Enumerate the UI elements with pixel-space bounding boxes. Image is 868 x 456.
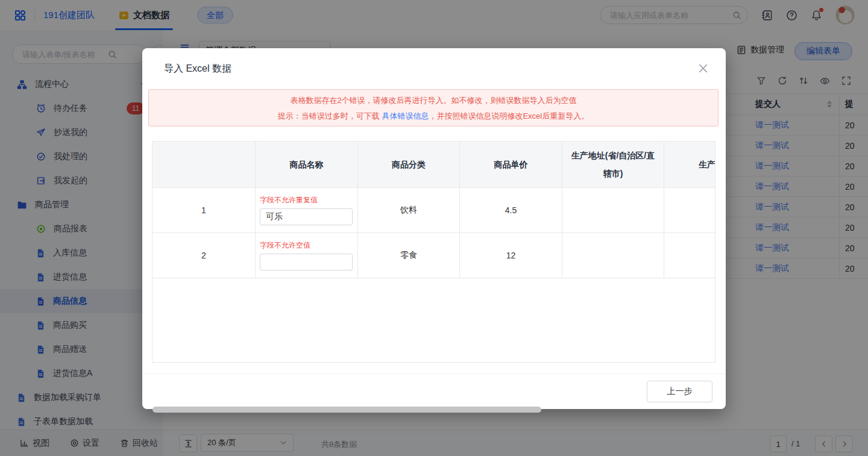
- address-cell: [562, 188, 664, 233]
- product-name-cell: 字段不允许空值: [256, 233, 358, 278]
- row-number: 2: [153, 233, 256, 278]
- product-name-cell: 字段不允许重复值: [256, 188, 358, 233]
- error-alert: 表格数据存在2个错误，请修改后再进行导入。如不修改，则错误数据导入后为空值 提示…: [148, 89, 719, 126]
- alert-line2-suffix: ，并按照错误信息说明修改Excel后重新导入。: [429, 111, 589, 120]
- close-icon[interactable]: [696, 61, 710, 75]
- category-cell: 饮料: [358, 188, 460, 233]
- import-excel-modal: 导入 Excel 数据 表格数据存在2个错误，请修改后再进行导入。如不修改，则错…: [142, 48, 726, 409]
- col-production-address-2: 生产地址: [664, 142, 715, 187]
- duplicate-value-error: 字段不允许重复值: [260, 196, 318, 204]
- modal-footer: 上一步: [142, 373, 726, 409]
- import-preview-table: 商品名称 商品分类 商品单价 生产地址(省/自治区/直辖市) 生产地址 1 字段…: [152, 141, 715, 363]
- alert-line1: 表格数据存在2个错误，请修改后再进行导入。如不修改，则错误数据导入后为空值: [149, 93, 718, 108]
- alert-line2-prefix: 提示：当错误过多时，可下载: [278, 111, 382, 120]
- alert-line2: 提示：当错误过多时，可下载 具体错误信息，并按照错误信息说明修改Excel后重新…: [149, 108, 718, 124]
- empty-value-error: 字段不允许空值: [260, 241, 310, 249]
- preview-row-1: 1 字段不允许重复值 饮料 4.5: [153, 187, 715, 233]
- price-cell: 12: [460, 233, 562, 278]
- address-cell: [562, 233, 664, 278]
- modal-title: 导入 Excel 数据: [164, 63, 231, 75]
- address2-cell: [664, 188, 715, 233]
- col-product-category: 商品分类: [358, 142, 460, 187]
- row-number: 1: [153, 188, 256, 233]
- product-name-input[interactable]: [260, 208, 353, 225]
- preview-header-row: 商品名称 商品分类 商品单价 生产地址(省/自治区/直辖市) 生产地址: [153, 142, 715, 187]
- col-production-address: 生产地址(省/自治区/直辖市): [562, 142, 664, 187]
- previous-step-button[interactable]: 上一步: [647, 381, 712, 402]
- col-product-name: 商品名称: [256, 142, 358, 187]
- product-name-input[interactable]: [260, 254, 353, 270]
- category-cell: 零食: [358, 233, 460, 278]
- address2-cell: [664, 233, 715, 278]
- preview-row-2: 2 字段不允许空值 零食 12: [153, 233, 715, 278]
- price-cell: 4.5: [460, 188, 562, 233]
- col-row-number: [153, 142, 256, 187]
- col-product-price: 商品单价: [460, 142, 562, 187]
- error-detail-link[interactable]: 具体错误信息: [382, 111, 429, 120]
